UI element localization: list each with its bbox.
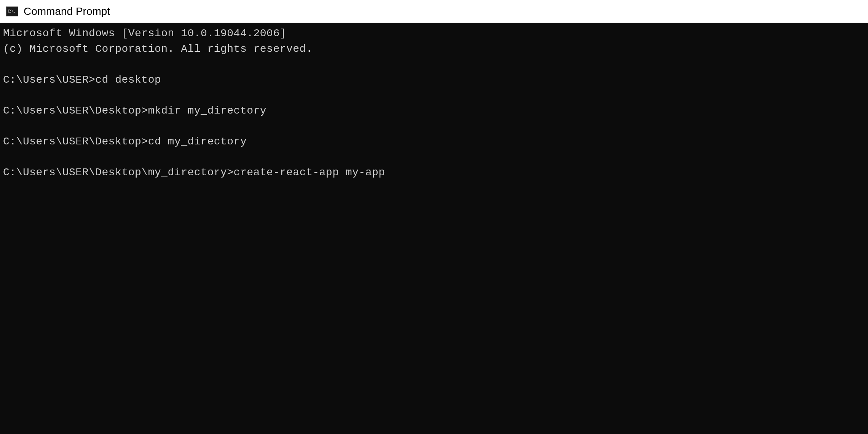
window-title: Command Prompt bbox=[24, 5, 110, 18]
prompt-text: C:\Users\USER\Desktop\my_directory> bbox=[3, 167, 234, 178]
blank-line bbox=[3, 150, 865, 165]
blank-line bbox=[3, 88, 865, 103]
terminal-command-line: C:\Users\USER\Desktop>mkdir my_directory bbox=[3, 103, 865, 119]
terminal-command-line: C:\Users\USER\Desktop>cd my_directory bbox=[3, 134, 865, 150]
blank-line bbox=[3, 119, 865, 135]
terminal-command-line: C:\Users\USER>cd desktop bbox=[3, 72, 865, 88]
cmd-icon: C:\. bbox=[6, 6, 18, 16]
terminal-header-line: (c) Microsoft Corporation. All rights re… bbox=[3, 42, 865, 57]
terminal-command-line: C:\Users\USER\Desktop\my_directory>creat… bbox=[3, 165, 865, 181]
command-text: mkdir my_directory bbox=[148, 105, 266, 117]
prompt-text: C:\Users\USER> bbox=[3, 74, 95, 86]
command-text: cd desktop bbox=[95, 74, 161, 86]
blank-line bbox=[3, 57, 865, 72]
title-bar: C:\. Command Prompt bbox=[0, 0, 868, 23]
terminal-output[interactable]: Microsoft Windows [Version 10.0.19044.20… bbox=[0, 23, 868, 434]
cmd-icon-text: C:\. bbox=[8, 9, 15, 13]
command-text: cd my_directory bbox=[148, 136, 247, 147]
prompt-text: C:\Users\USER\Desktop> bbox=[3, 105, 148, 117]
terminal-header-line: Microsoft Windows [Version 10.0.19044.20… bbox=[3, 26, 865, 42]
prompt-text: C:\Users\USER\Desktop> bbox=[3, 136, 148, 147]
command-text: create-react-app my-app bbox=[234, 167, 385, 178]
